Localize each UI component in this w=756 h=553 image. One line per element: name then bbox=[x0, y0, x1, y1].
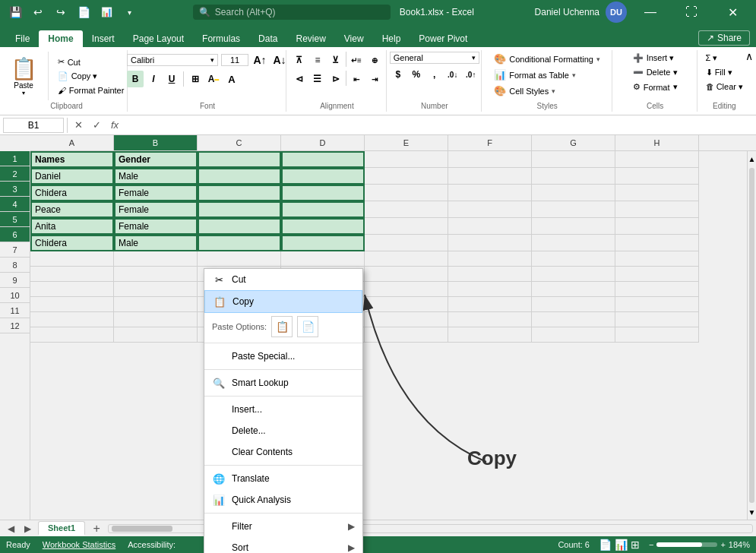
cell-f11[interactable] bbox=[448, 312, 532, 327]
bold-button[interactable]: B bbox=[127, 71, 144, 87]
cell-c6[interactable] bbox=[198, 235, 281, 251]
cell-b9[interactable] bbox=[114, 282, 198, 297]
cell-a11[interactable] bbox=[30, 312, 114, 327]
align-middle-button[interactable]: ≡ bbox=[309, 52, 326, 68]
cell-a9[interactable] bbox=[30, 282, 114, 297]
tab-page-layout[interactable]: Page Layout bbox=[124, 30, 193, 47]
cell-d4[interactable] bbox=[281, 201, 365, 218]
share-button[interactable]: ↗Share bbox=[698, 30, 750, 46]
cell-h3[interactable] bbox=[615, 185, 699, 201]
cell-h2[interactable] bbox=[615, 168, 699, 185]
cell-c2[interactable] bbox=[198, 168, 281, 185]
cell-d1[interactable] bbox=[281, 151, 365, 168]
cell-e7[interactable] bbox=[365, 251, 448, 267]
insert-function-button[interactable]: fx bbox=[107, 118, 122, 133]
search-bar[interactable]: 🔍 bbox=[193, 5, 391, 20]
close-button[interactable]: ✕ bbox=[715, 0, 750, 24]
cell-e1[interactable] bbox=[365, 151, 448, 168]
confirm-formula-button[interactable]: ✓ bbox=[89, 118, 104, 133]
column-header-c[interactable]: C bbox=[198, 135, 281, 150]
avatar[interactable]: DU bbox=[606, 2, 627, 23]
zoom-in-button[interactable]: + bbox=[720, 540, 725, 549]
cell-a12[interactable] bbox=[30, 327, 114, 343]
redo-icon[interactable]: ↪ bbox=[52, 3, 70, 21]
insert-cells-button[interactable]: ➕Insert ▾ bbox=[630, 52, 678, 65]
cell-b11[interactable] bbox=[114, 312, 198, 327]
cell-g1[interactable] bbox=[532, 151, 615, 168]
font-size-dropdown[interactable]: 11 bbox=[221, 54, 248, 66]
minimize-button[interactable]: — bbox=[633, 0, 668, 24]
cell-b6[interactable]: Male bbox=[114, 235, 198, 251]
row-header-8[interactable]: 8 bbox=[0, 258, 30, 273]
paste-button[interactable]: 📋 Paste ▾ bbox=[6, 53, 42, 100]
row-header-12[interactable]: 12 bbox=[0, 318, 30, 333]
column-header-h[interactable]: H bbox=[615, 135, 699, 150]
context-menu-clear-contents[interactable]: Clear Contents bbox=[204, 441, 362, 463]
cell-a1[interactable]: Names bbox=[30, 151, 114, 168]
tab-home[interactable]: Home bbox=[39, 30, 82, 47]
format-as-table-button[interactable]: 📊 Format as Table ▾ bbox=[491, 68, 579, 82]
cell-d5[interactable] bbox=[281, 218, 365, 235]
page-layout-view-button[interactable]: 📊 bbox=[615, 539, 628, 551]
column-header-f[interactable]: F bbox=[448, 135, 532, 150]
scroll-thumb-h[interactable] bbox=[112, 526, 172, 532]
cell-e11[interactable] bbox=[365, 312, 448, 327]
ribbon-collapse-button[interactable]: ∧ bbox=[745, 50, 753, 62]
cell-e5[interactable] bbox=[365, 218, 448, 235]
cell-styles-button[interactable]: 🎨 Cell Styles ▾ bbox=[491, 84, 558, 98]
formula-input[interactable] bbox=[125, 118, 753, 132]
tab-view[interactable]: View bbox=[335, 30, 373, 47]
paste-option-default[interactable]: 📋 bbox=[271, 316, 293, 337]
context-menu-copy[interactable]: 📋 Copy bbox=[204, 290, 362, 313]
more-qat-icon[interactable]: ▾ bbox=[120, 3, 138, 21]
row-header-4[interactable]: 4 bbox=[0, 197, 30, 212]
tab-file[interactable]: File bbox=[6, 30, 39, 47]
align-bottom-button[interactable]: ⊻ bbox=[327, 52, 344, 68]
column-header-b[interactable]: B bbox=[114, 135, 198, 150]
cell-g12[interactable] bbox=[532, 327, 615, 343]
fill-color-button[interactable]: A▬ bbox=[205, 71, 222, 87]
scroll-right-sheet-button[interactable]: ▶ bbox=[20, 522, 35, 536]
wrap-text-button[interactable]: ↵≡ bbox=[348, 52, 365, 68]
increase-decimal-button[interactable]: .0↑ bbox=[463, 66, 479, 83]
row-header-11[interactable]: 11 bbox=[0, 303, 30, 318]
cell-h10[interactable] bbox=[615, 297, 699, 312]
italic-button[interactable]: I bbox=[145, 71, 162, 87]
cell-h6[interactable] bbox=[615, 235, 699, 251]
font-name-dropdown[interactable]: Calibri▾ bbox=[127, 54, 218, 66]
fill-button[interactable]: ⬇ Fill ▾ bbox=[703, 66, 735, 79]
row-header-5[interactable]: 5 bbox=[0, 212, 30, 227]
cell-g7[interactable] bbox=[532, 251, 615, 267]
cell-e6[interactable] bbox=[365, 235, 448, 251]
cell-b1[interactable]: Gender bbox=[114, 151, 198, 168]
row-header-9[interactable]: 9 bbox=[0, 273, 30, 288]
cell-g6[interactable] bbox=[532, 235, 615, 251]
increase-font-button[interactable]: A↑ bbox=[251, 52, 268, 68]
scroll-thumb-v[interactable] bbox=[749, 168, 754, 503]
vertical-scrollbar[interactable]: ▲ ▼ bbox=[747, 151, 756, 520]
cell-e9[interactable] bbox=[365, 282, 448, 297]
cell-b7[interactable] bbox=[114, 251, 198, 267]
column-header-e[interactable]: E bbox=[365, 135, 448, 150]
align-center-button[interactable]: ☰ bbox=[309, 71, 326, 87]
cell-d3[interactable] bbox=[281, 185, 365, 201]
sheet-tab-sheet1[interactable]: Sheet1 bbox=[38, 521, 85, 536]
cell-d7[interactable] bbox=[281, 251, 365, 267]
cell-a8[interactable] bbox=[30, 267, 114, 282]
scroll-up-button[interactable]: ▲ bbox=[748, 151, 756, 166]
cell-c1[interactable] bbox=[198, 151, 281, 168]
align-right-button[interactable]: ⊳ bbox=[327, 71, 344, 87]
comma-button[interactable]: , bbox=[426, 66, 443, 83]
cell-e4[interactable] bbox=[365, 201, 448, 218]
row-header-2[interactable]: 2 bbox=[0, 166, 30, 182]
cell-e2[interactable] bbox=[365, 168, 448, 185]
cell-h4[interactable] bbox=[615, 201, 699, 218]
autosum-button[interactable]: Σ ▾ bbox=[703, 52, 721, 65]
delete-cells-button[interactable]: ➖Delete ▾ bbox=[630, 66, 681, 79]
cell-c7[interactable] bbox=[198, 251, 281, 267]
cell-d6[interactable] bbox=[281, 235, 365, 251]
cell-reference-box[interactable]: B1 bbox=[3, 118, 64, 133]
underline-button[interactable]: U bbox=[163, 71, 180, 87]
column-header-d[interactable]: D bbox=[281, 135, 365, 150]
column-header-a[interactable]: A bbox=[30, 135, 114, 150]
